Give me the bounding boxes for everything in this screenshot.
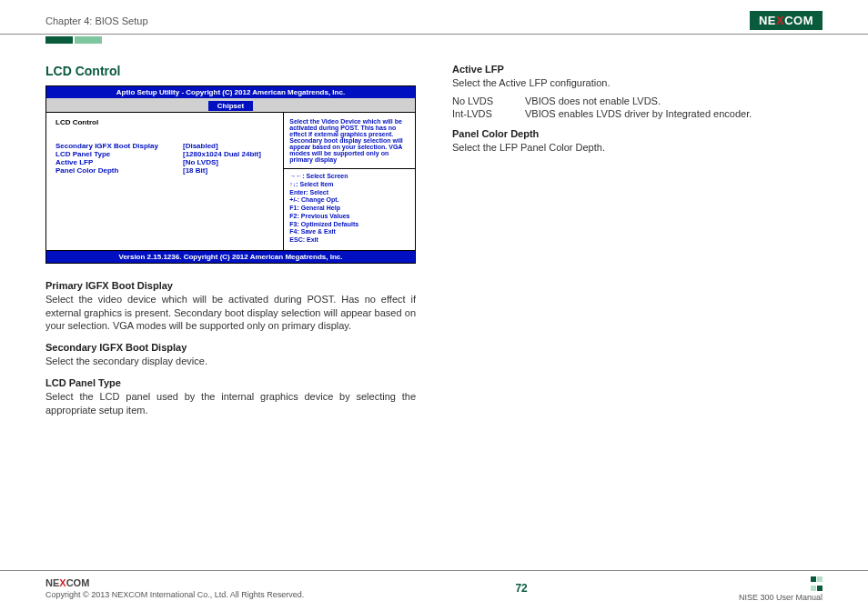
text-panel-color-depth: Select the LFP Panel Color Depth. (452, 141, 823, 155)
heading-active-lfp: Active LFP (452, 64, 823, 75)
footer-blocks-icon (739, 575, 823, 593)
footer-manual-name: NISE 300 User Manual (739, 593, 823, 602)
bios-help-text: Select the Video Device which will be ac… (284, 113, 415, 168)
bios-screenshot: Aptio Setup Utility - Copyright (C) 2012… (45, 85, 416, 264)
text-primary-igfx: Select the video device which will be ac… (45, 293, 416, 334)
text-lcd-panel-type: Select the LCD panel used by the interna… (45, 390, 416, 417)
bios-row-active-lfp: Active LFP[No LVDS] (56, 158, 278, 166)
text-secondary-igfx: Select the secondary display device. (45, 355, 416, 368)
bios-settings-panel: LCD Control Primary IGFX Boot Display[DV… (46, 113, 284, 250)
header-tab-strip (45, 35, 868, 45)
bios-row-panel-color-depth: Panel Color Depth[18 Bit] (56, 166, 278, 175)
bios-title-bar: Aptio Setup Utility - Copyright (C) 2012… (46, 86, 415, 98)
footer-copyright: Copyright © 2013 NEXCOM International Co… (45, 590, 304, 599)
active-lfp-options: No LVDSVBIOS does not enable LVDS. Int-L… (452, 95, 823, 119)
text-active-lfp: Select the Active LFP configuration. (452, 76, 823, 90)
page-header: Chapter 4: BIOS Setup NEXCOM (0, 0, 868, 35)
chapter-title: Chapter 4: BIOS Setup (45, 15, 148, 26)
opt-no-lvds-term: No LVDS (452, 95, 525, 106)
bios-sidebar: Select the Video Device which will be ac… (284, 113, 415, 250)
bios-tab-bar: Chipset (46, 98, 415, 112)
page-footer: NEXCOM Copyright © 2013 NEXCOM Internati… (0, 570, 868, 602)
page-number: 72 (515, 582, 527, 595)
heading-secondary-igfx: Secondary IGFX Boot Display (45, 342, 416, 353)
opt-int-lvds-term: Int-LVDS (452, 108, 525, 119)
right-column: Active LFP Select the Active LFP configu… (452, 64, 823, 417)
bios-key-legend: →←: Select Screen ↑↓: Select Item Enter:… (284, 168, 415, 250)
brand-logo: NEXCOM (750, 11, 823, 30)
section-title: LCD Control (45, 64, 416, 78)
content-area: LCD Control Aptio Setup Utility - Copyri… (0, 45, 868, 417)
bios-row-primary-igfx: Primary IGFX Boot Display[DVI] (56, 134, 278, 142)
heading-primary-igfx: Primary IGFX Boot Display (45, 280, 416, 291)
heading-panel-color-depth: Panel Color Depth (452, 128, 823, 139)
bios-row-lcd-panel-type: LCD Panel Type[1280x1024 Dual 24bit] (56, 150, 278, 158)
opt-no-lvds-desc: VBIOS does not enable LVDS. (525, 95, 823, 106)
bios-section-header: LCD Control (56, 118, 278, 126)
bios-row-secondary-igfx: Secondary IGFX Boot Display[Disabled] (56, 142, 278, 150)
footer-logo: NEXCOM (45, 577, 304, 588)
bios-version-bar: Version 2.15.1236. Copyright (C) 2012 Am… (46, 251, 415, 263)
bios-tab-chipset: Chipset (208, 101, 253, 111)
left-column: LCD Control Aptio Setup Utility - Copyri… (45, 64, 416, 417)
opt-int-lvds-desc: VBIOS enables LVDS driver by Integrated … (525, 108, 823, 119)
heading-lcd-panel-type: LCD Panel Type (45, 377, 416, 388)
